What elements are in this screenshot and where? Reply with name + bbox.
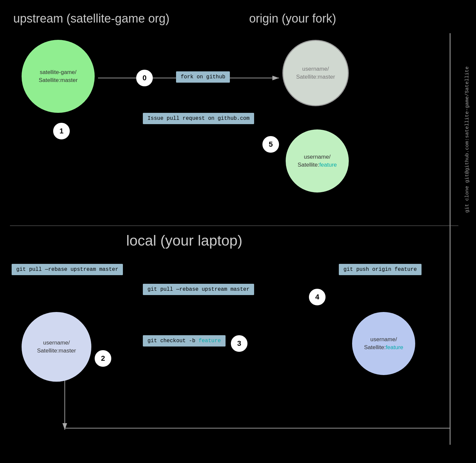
step3-circle: 3	[231, 335, 247, 352]
step5-circle: 5	[262, 136, 279, 153]
origin-master-label: username/ Satellite:master	[296, 65, 335, 81]
upstream-title: upstream (satellite-game org)	[13, 12, 169, 26]
git-pull-rebase-left-box: git pull —rebase upstream master	[12, 264, 123, 275]
local-feature-circle: username/ Satellite:feature	[352, 312, 415, 375]
step0-circle: 0	[136, 70, 153, 86]
upstream-master-label: satellite-game/ Satellite:master	[39, 68, 77, 84]
local-title: local (your laptop)	[126, 232, 242, 249]
fork-command-box: fork on github	[176, 71, 230, 83]
local-master-circle: username/ Satellite:master	[22, 312, 91, 382]
local-master-label: username/ Satellite:master	[37, 339, 76, 355]
origin-master-circle: username/ Satellite:master	[282, 40, 349, 106]
git-pull-rebase-center-box: git pull —rebase upstream master	[143, 284, 254, 295]
git-push-box: git push origin feature	[339, 264, 422, 275]
local-feature-label: username/ Satellite:feature	[364, 336, 403, 351]
origin-feature-label: username/ Satellite:feature	[298, 153, 337, 169]
upstream-master-circle: satellite-game/ Satellite:master	[22, 40, 95, 113]
pull-request-box: Issue pull request on github.com	[143, 113, 254, 124]
git-clone-text: git clone git@github.com:satellite-game/…	[464, 66, 470, 213]
origin-title: origin (your fork)	[249, 12, 336, 26]
origin-feature-circle: username/ Satellite:feature	[286, 129, 349, 193]
step4-circle: 4	[309, 289, 326, 305]
step1-circle: 1	[53, 123, 70, 139]
step2-circle: 2	[95, 350, 111, 367]
git-checkout-box: git checkout -b feature	[143, 335, 226, 347]
